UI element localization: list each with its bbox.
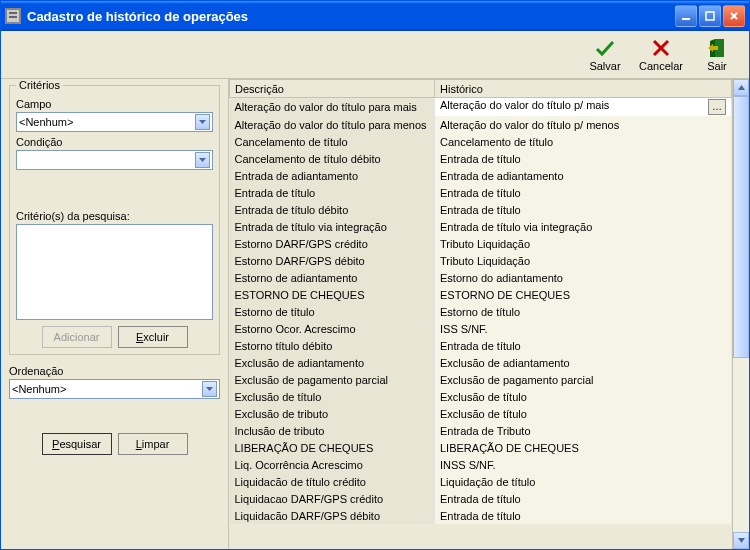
cell-descricao[interactable]: Estorno DARF/GPS débito bbox=[230, 252, 435, 269]
maximize-button[interactable] bbox=[699, 5, 721, 27]
cell-descricao[interactable]: LIBERAÇÃO DE CHEQUES bbox=[230, 439, 435, 456]
table-row[interactable]: LIBERAÇÃO DE CHEQUESLIBERAÇÃO DE CHEQUES bbox=[230, 439, 732, 456]
door-exit-icon bbox=[706, 37, 728, 59]
cell-historico[interactable]: Alteração do valor do título p/ mais… bbox=[435, 98, 732, 117]
cell-historico[interactable]: Entrada de título bbox=[435, 337, 732, 354]
cell-historico[interactable]: Entrada de Tributo bbox=[435, 422, 732, 439]
table-row[interactable]: ESTORNO DE CHEQUESESTORNO DE CHEQUES bbox=[230, 286, 732, 303]
cell-descricao[interactable]: Estorno de título bbox=[230, 303, 435, 320]
table-row[interactable]: Estorno de adiantamentoEstorno do adiant… bbox=[230, 269, 732, 286]
cell-historico[interactable]: Tributo Liquidação bbox=[435, 252, 732, 269]
table-row[interactable]: Exclusão de tributoExclusão de título bbox=[230, 405, 732, 422]
table-row[interactable]: Exclusão de pagamento parcialExclusão de… bbox=[230, 371, 732, 388]
table-row[interactable]: Estorno DARF/GPS créditoTributo Liquidaç… bbox=[230, 235, 732, 252]
cell-historico[interactable]: Estorno do adiantamento bbox=[435, 269, 732, 286]
clear-button[interactable]: Limpar bbox=[118, 433, 188, 455]
col-header-descricao[interactable]: Descrição bbox=[230, 80, 435, 98]
cell-historico[interactable]: Cancelamento de título bbox=[435, 133, 732, 150]
cell-descricao[interactable]: Estorno título débito bbox=[230, 337, 435, 354]
condicao-dropdown[interactable] bbox=[16, 150, 213, 170]
cell-descricao[interactable]: Liquidacão de título crédito bbox=[230, 473, 435, 490]
exit-label: Sair bbox=[707, 60, 727, 72]
cell-descricao[interactable]: Entrada de adiantamento bbox=[230, 167, 435, 184]
cell-historico[interactable]: ESTORNO DE CHEQUES bbox=[435, 286, 732, 303]
exit-button[interactable]: Sair bbox=[693, 33, 741, 77]
table-row[interactable]: Estorno DARF/GPS débitoTributo Liquidaçã… bbox=[230, 252, 732, 269]
scroll-thumb[interactable] bbox=[733, 96, 749, 358]
scroll-down-button[interactable] bbox=[733, 532, 749, 549]
scroll-up-button[interactable] bbox=[733, 79, 749, 96]
cell-descricao[interactable]: Exclusão de título bbox=[230, 388, 435, 405]
cell-historico[interactable]: Exclusão de adiantamento bbox=[435, 354, 732, 371]
table-row[interactable]: Liquidacao DARF/GPS créditoEntrada de tí… bbox=[230, 490, 732, 507]
save-button[interactable]: Salvar bbox=[581, 33, 629, 77]
cell-historico[interactable]: Alteração do valor do título p/ menos bbox=[435, 116, 732, 133]
table-row[interactable]: Liquidacão de título créditoLiquidação d… bbox=[230, 473, 732, 490]
cell-historico[interactable]: Exclusão de pagamento parcial bbox=[435, 371, 732, 388]
cell-historico[interactable]: Entrada de título bbox=[435, 184, 732, 201]
cell-descricao[interactable]: Entrada de título débito bbox=[230, 201, 435, 218]
table-row[interactable]: Inclusão de tributoEntrada de Tributo bbox=[230, 422, 732, 439]
cell-descricao[interactable]: Cancelamento de título bbox=[230, 133, 435, 150]
cell-historico[interactable]: LIBERAÇÃO DE CHEQUES bbox=[435, 439, 732, 456]
cell-historico[interactable]: Entrada de título bbox=[435, 490, 732, 507]
cell-historico[interactable]: Liquidação de título bbox=[435, 473, 732, 490]
cell-descricao[interactable]: Estorno de adiantamento bbox=[230, 269, 435, 286]
table-row[interactable]: Estorno título débitoEntrada de título bbox=[230, 337, 732, 354]
ordering-dropdown[interactable]: <Nenhum> bbox=[9, 379, 220, 399]
table-row[interactable]: Exclusão de adiantamentoExclusão de adia… bbox=[230, 354, 732, 371]
minimize-button[interactable] bbox=[675, 5, 697, 27]
remove-criteria-button[interactable]: Excluir bbox=[118, 326, 188, 348]
cell-historico[interactable]: Entrada de título via integração bbox=[435, 218, 732, 235]
cell-descricao[interactable]: Liq. Ocorrência Acrescimo bbox=[230, 456, 435, 473]
table-row[interactable]: Liq. Ocorrência AcrescimoINSS S/NF. bbox=[230, 456, 732, 473]
cell-historico[interactable]: Estorno de título bbox=[435, 303, 732, 320]
table-row[interactable]: Alteração do valor do título para menosA… bbox=[230, 116, 732, 133]
cell-descricao[interactable]: Entrada de título via integração bbox=[230, 218, 435, 235]
scroll-track[interactable] bbox=[733, 96, 749, 532]
cell-descricao[interactable]: ESTORNO DE CHEQUES bbox=[230, 286, 435, 303]
cell-descricao[interactable]: Alteração do valor do título para mais bbox=[230, 98, 435, 117]
col-header-historico[interactable]: Histórico bbox=[435, 80, 732, 98]
cell-historico[interactable]: Entrada de adiantamento bbox=[435, 167, 732, 184]
titlebar[interactable]: Cadastro de histórico de operações bbox=[1, 1, 749, 31]
cell-descricao[interactable]: Entrada de título bbox=[230, 184, 435, 201]
ellipsis-button[interactable]: … bbox=[708, 99, 726, 115]
table-row[interactable]: Liquidacão DARF/GPS débitoEntrada de tít… bbox=[230, 507, 732, 524]
cell-descricao[interactable]: Liquidacão DARF/GPS débito bbox=[230, 507, 435, 524]
cell-historico[interactable]: ISS S/NF. bbox=[435, 320, 732, 337]
table-row[interactable]: Estorno de títuloEstorno de título bbox=[230, 303, 732, 320]
cell-descricao[interactable]: Alteração do valor do título para menos bbox=[230, 116, 435, 133]
vertical-scrollbar[interactable] bbox=[732, 79, 749, 549]
search-button[interactable]: Pesquisar bbox=[42, 433, 112, 455]
cell-historico[interactable]: Tributo Liquidação bbox=[435, 235, 732, 252]
table-row[interactable]: Estorno Ocor. AcrescimoISS S/NF. bbox=[230, 320, 732, 337]
close-button[interactable] bbox=[723, 5, 745, 27]
table-row[interactable]: Cancelamento de títuloCancelamento de tí… bbox=[230, 133, 732, 150]
cell-historico[interactable]: Entrada de título bbox=[435, 507, 732, 524]
cell-historico[interactable]: Exclusão de título bbox=[435, 405, 732, 422]
table-row[interactable]: Cancelamento de título débitoEntrada de … bbox=[230, 150, 732, 167]
cell-descricao[interactable]: Estorno DARF/GPS crédito bbox=[230, 235, 435, 252]
table-row[interactable]: Entrada de título via integraçãoEntrada … bbox=[230, 218, 732, 235]
cell-descricao[interactable]: Exclusão de tributo bbox=[230, 405, 435, 422]
data-grid[interactable]: Descrição Histórico Alteração do valor d… bbox=[229, 79, 732, 524]
cell-descricao[interactable]: Cancelamento de título débito bbox=[230, 150, 435, 167]
cell-historico[interactable]: INSS S/NF. bbox=[435, 456, 732, 473]
campo-dropdown[interactable]: <Nenhum> bbox=[16, 112, 213, 132]
cell-descricao[interactable]: Exclusão de pagamento parcial bbox=[230, 371, 435, 388]
cell-descricao[interactable]: Exclusão de adiantamento bbox=[230, 354, 435, 371]
table-row[interactable]: Alteração do valor do título para maisAl… bbox=[230, 98, 732, 117]
cell-descricao[interactable]: Estorno Ocor. Acrescimo bbox=[230, 320, 435, 337]
cell-historico[interactable]: Exclusão de título bbox=[435, 388, 732, 405]
cancel-button[interactable]: Cancelar bbox=[637, 33, 685, 77]
table-row[interactable]: Entrada de título débitoEntrada de títul… bbox=[230, 201, 732, 218]
cell-historico[interactable]: Entrada de título bbox=[435, 150, 732, 167]
table-row[interactable]: Exclusão de títuloExclusão de título bbox=[230, 388, 732, 405]
criteria-listbox[interactable] bbox=[16, 224, 213, 320]
table-row[interactable]: Entrada de títuloEntrada de título bbox=[230, 184, 732, 201]
cell-descricao[interactable]: Liquidacao DARF/GPS crédito bbox=[230, 490, 435, 507]
cell-historico[interactable]: Entrada de título bbox=[435, 201, 732, 218]
table-row[interactable]: Entrada de adiantamentoEntrada de adiant… bbox=[230, 167, 732, 184]
cell-descricao[interactable]: Inclusão de tributo bbox=[230, 422, 435, 439]
